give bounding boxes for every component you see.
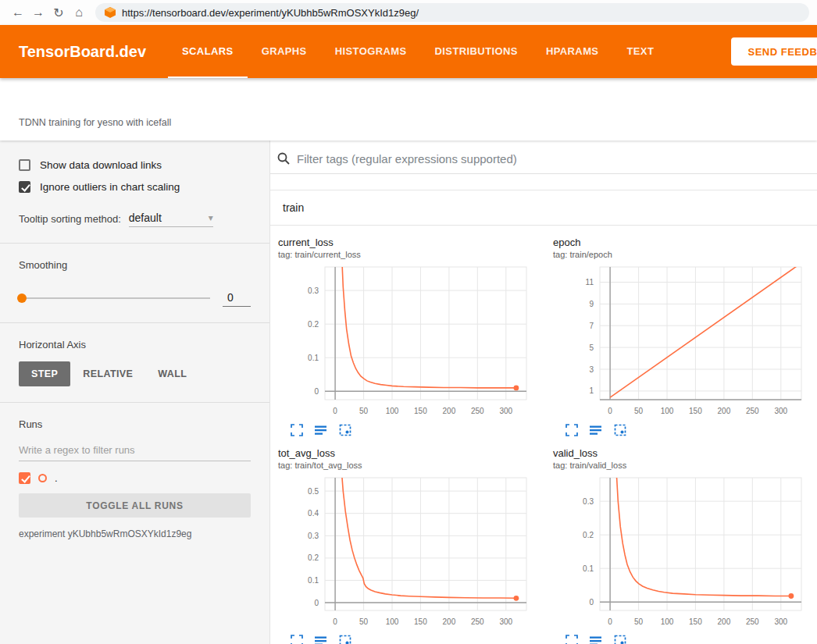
svg-text:0.2: 0.2	[583, 531, 594, 539]
reload-icon[interactable]: ↻	[48, 5, 69, 20]
svg-text:200: 200	[443, 617, 456, 626]
axis-relative-button[interactable]: RELATIVE	[70, 361, 145, 386]
smoothing-slider[interactable]	[19, 297, 210, 299]
show-download-links-row[interactable]: Show data download links	[19, 159, 251, 171]
svg-text:0.2: 0.2	[308, 553, 319, 562]
svg-text:0.3: 0.3	[583, 497, 594, 506]
svg-text:0: 0	[314, 599, 319, 607]
chart-tag: tag: train/valid_loss	[545, 461, 817, 470]
chevron-down-icon: ▾	[209, 212, 213, 223]
ignore-outliers-checkbox[interactable]	[19, 181, 30, 193]
chart-title: epoch	[545, 237, 817, 248]
svg-text:50: 50	[359, 617, 369, 626]
chart-card-tot-avg-loss: tot_avg_loss tag: train/tot_avg_loss 00.…	[270, 447, 545, 644]
toggle-y-axis-icon[interactable]	[590, 424, 602, 436]
svg-text:250: 250	[746, 407, 759, 415]
svg-text:0.2: 0.2	[308, 320, 319, 329]
run-row[interactable]: .	[19, 472, 251, 484]
line-chart[interactable]: 00.10.20.30.40.5050100150200250300	[275, 473, 533, 629]
toggle-y-axis-icon[interactable]	[315, 635, 327, 644]
expand-chart-icon[interactable]	[565, 635, 578, 644]
charts-grid: current_loss tag: train/current_loss 00.…	[270, 226, 817, 644]
svg-text:100: 100	[661, 407, 674, 415]
tab-scalars[interactable]: SCALARS	[168, 25, 248, 78]
tooltip-sorting-label: Tooltip sorting method:	[19, 213, 121, 227]
svg-text:0.1: 0.1	[583, 564, 594, 573]
tab-distributions[interactable]: DISTRIBUTIONS	[421, 25, 532, 78]
line-chart[interactable]: 1357911050100150200250300	[550, 262, 808, 418]
svg-text:150: 150	[414, 617, 427, 626]
tooltip-sorting-row: Tooltip sorting method: default ▾	[19, 212, 251, 227]
svg-text:300: 300	[499, 407, 512, 415]
svg-text:150: 150	[414, 407, 427, 415]
page: ← → ↻ ⌂ https://tensorboard.dev/experime…	[0, 0, 817, 644]
chart-plot[interactable]: 00.10.20.3050100150200250300	[270, 262, 545, 422]
run-name: .	[55, 472, 58, 484]
line-chart[interactable]: 00.10.20.3050100150200250300	[275, 262, 533, 418]
back-icon[interactable]: ←	[8, 5, 28, 20]
tag-filter-row	[270, 141, 817, 174]
smoothing-value-input[interactable]	[223, 290, 251, 307]
experiment-note: experiment yKUbhb5wRmOSXYkId1z9eg	[19, 528, 251, 539]
chart-card-current-loss: current_loss tag: train/current_loss 00.…	[270, 237, 545, 436]
svg-text:150: 150	[689, 617, 702, 626]
forward-icon[interactable]: →	[28, 5, 48, 20]
expand-chart-icon[interactable]	[291, 424, 303, 436]
svg-text:0: 0	[608, 407, 612, 415]
svg-text:0.3: 0.3	[308, 532, 319, 540]
line-chart[interactable]: 00.10.20.3050100150200250300	[550, 473, 808, 629]
expand-chart-icon[interactable]	[291, 635, 303, 644]
app-title: TensorBoard.dev	[19, 43, 146, 61]
show-download-links-checkbox[interactable]	[19, 159, 30, 171]
run-color-swatch	[38, 474, 47, 482]
ignore-outliers-row[interactable]: Ignore outliers in chart scaling	[19, 181, 251, 193]
address-bar[interactable]: https://tensorboard.dev/experiment/yKUbh…	[95, 3, 809, 22]
chart-tag: tag: train/tot_avg_loss	[270, 461, 545, 470]
send-feedback-button[interactable]: SEND FEEDBACK	[731, 37, 817, 66]
chart-plot[interactable]: 00.10.20.3050100150200250300	[545, 473, 817, 632]
experiment-header: TDNN training for yesno with icefall	[0, 78, 817, 141]
tab-hparams[interactable]: HPARAMS	[532, 25, 613, 78]
smoothing-slider-thumb[interactable]	[17, 294, 27, 303]
svg-text:0.1: 0.1	[308, 576, 319, 585]
svg-text:50: 50	[634, 407, 644, 415]
chart-toolbar	[545, 635, 817, 644]
svg-text:150: 150	[689, 407, 702, 415]
tab-text[interactable]: TEXT	[612, 25, 668, 78]
svg-text:250: 250	[471, 617, 484, 626]
chart-plot[interactable]: 1357911050100150200250300	[545, 262, 817, 422]
tab-histograms[interactable]: HISTOGRAMS	[321, 25, 421, 78]
svg-text:100: 100	[661, 617, 674, 626]
svg-text:100: 100	[386, 407, 399, 415]
fit-domain-icon[interactable]	[614, 424, 626, 436]
chart-card-valid-loss: valid_loss tag: train/valid_loss 00.10.2…	[545, 447, 817, 644]
horizontal-axis-buttons: STEP RELATIVE WALL	[19, 361, 251, 386]
tag-filter-input[interactable]	[297, 152, 817, 165]
fit-domain-icon[interactable]	[339, 424, 351, 436]
train-section-header[interactable]: train	[270, 190, 817, 226]
axis-wall-button[interactable]: WALL	[145, 361, 199, 386]
toggle-all-runs-button[interactable]: TOGGLE ALL RUNS	[19, 493, 251, 518]
search-icon	[276, 151, 291, 165]
svg-text:300: 300	[499, 617, 512, 626]
run-checkbox[interactable]	[19, 472, 30, 484]
url-text[interactable]: https://tensorboard.dev/experiment/yKUbh…	[122, 7, 419, 19]
home-icon[interactable]: ⌂	[69, 5, 89, 20]
svg-text:0: 0	[608, 617, 612, 626]
expand-chart-icon[interactable]	[565, 424, 578, 436]
runs-filter-input[interactable]	[19, 438, 251, 461]
ignore-outliers-label: Ignore outliers in chart scaling	[40, 181, 180, 193]
fit-domain-icon[interactable]	[339, 635, 351, 644]
tooltip-sorting-select[interactable]: default ▾	[129, 212, 213, 227]
toggle-y-axis-icon[interactable]	[590, 635, 602, 644]
svg-text:100: 100	[386, 617, 399, 626]
svg-text:0.4: 0.4	[308, 509, 319, 518]
chart-title: valid_loss	[545, 447, 817, 459]
chart-plot[interactable]: 00.10.20.30.40.5050100150200250300	[270, 473, 545, 632]
tab-graphs[interactable]: GRAPHS	[248, 25, 321, 78]
sidebar-divider	[0, 402, 269, 403]
toggle-y-axis-icon[interactable]	[315, 424, 327, 436]
sidebar-divider	[0, 322, 269, 323]
axis-step-button[interactable]: STEP	[19, 361, 70, 386]
fit-domain-icon[interactable]	[614, 635, 626, 644]
